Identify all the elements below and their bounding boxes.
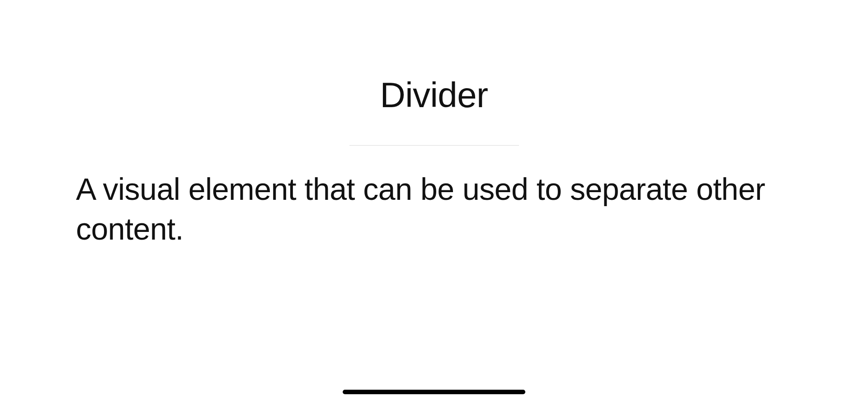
page-title: Divider <box>0 75 868 116</box>
divider-line <box>349 145 519 146</box>
page-description: A visual element that can be used to sep… <box>0 169 868 249</box>
home-indicator[interactable] <box>343 390 525 394</box>
content-area: Divider A visual element that can be use… <box>0 0 868 249</box>
